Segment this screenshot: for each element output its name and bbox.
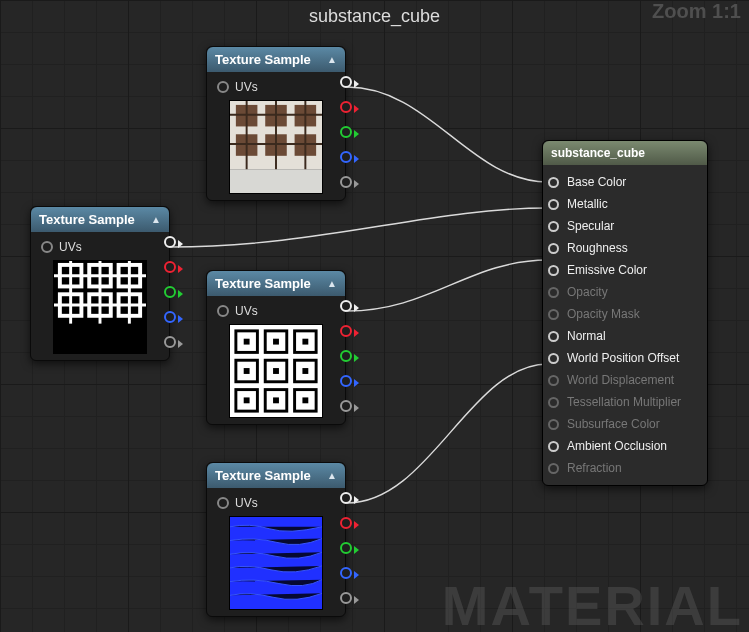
g-output-pin[interactable] (340, 350, 352, 362)
rgba-output-pin[interactable] (340, 492, 352, 504)
a-output-pin[interactable] (164, 336, 176, 348)
input-pin[interactable] (548, 199, 559, 210)
texture-thumbnail (53, 260, 147, 354)
material-input-refraction[interactable]: Refraction (543, 457, 707, 479)
r-output-pin[interactable] (340, 325, 352, 337)
g-output-pin[interactable] (164, 286, 176, 298)
zoom-label: Zoom 1:1 (652, 0, 741, 23)
svg-rect-41 (244, 397, 250, 403)
material-input-normal[interactable]: Normal (543, 325, 707, 347)
material-input-specular[interactable]: Specular (543, 215, 707, 237)
material-input-tessellation-multiplier[interactable]: Tessellation Multiplier (543, 391, 707, 413)
input-label: Opacity (567, 285, 608, 299)
collapse-icon[interactable]: ▲ (327, 54, 337, 65)
input-pin[interactable] (548, 309, 559, 320)
uvs-label: UVs (235, 304, 258, 318)
material-input-roughness[interactable]: Roughness (543, 237, 707, 259)
input-pin[interactable] (548, 397, 559, 408)
texture-sample-node[interactable]: Texture Sample ▲ UVs (206, 270, 346, 425)
material-input-base-color[interactable]: Base Color (543, 171, 707, 193)
rgba-output-pin[interactable] (164, 236, 176, 248)
input-pin[interactable] (548, 177, 559, 188)
input-label: Subsurface Color (567, 417, 660, 431)
texture-sample-node[interactable]: Texture Sample ▲ UVs (206, 46, 346, 201)
node-title: Texture Sample (215, 468, 311, 483)
svg-rect-39 (273, 368, 279, 374)
input-pin[interactable] (548, 463, 559, 474)
input-pin[interactable] (548, 221, 559, 232)
node-header[interactable]: Texture Sample ▲ (207, 463, 345, 488)
uvs-label: UVs (59, 240, 82, 254)
node-header[interactable]: Texture Sample ▲ (31, 207, 169, 232)
input-label: World Displacement (567, 373, 674, 387)
uvs-input-pin[interactable] (41, 241, 53, 253)
input-label: Emissive Color (567, 263, 647, 277)
texture-thumbnail (229, 516, 323, 610)
input-pin[interactable] (548, 287, 559, 298)
input-pin[interactable] (548, 375, 559, 386)
rgba-output-pin[interactable] (340, 76, 352, 88)
a-output-pin[interactable] (340, 400, 352, 412)
material-input-opacity-mask[interactable]: Opacity Mask (543, 303, 707, 325)
input-label: Ambient Occlusion (567, 439, 667, 453)
uvs-input-pin[interactable] (217, 81, 229, 93)
texture-thumbnail (229, 324, 323, 418)
uvs-input-pin[interactable] (217, 497, 229, 509)
texture-sample-node[interactable]: Texture Sample ▲ UVs (30, 206, 170, 361)
input-label: Refraction (567, 461, 622, 475)
svg-rect-40 (302, 368, 308, 374)
svg-rect-12 (230, 170, 322, 193)
material-node-title: substance_cube (551, 146, 645, 160)
uvs-label: UVs (235, 80, 258, 94)
b-output-pin[interactable] (340, 151, 352, 163)
a-output-pin[interactable] (340, 176, 352, 188)
node-title: Texture Sample (215, 276, 311, 291)
material-input-opacity[interactable]: Opacity (543, 281, 707, 303)
svg-rect-43 (302, 397, 308, 403)
input-pin[interactable] (548, 441, 559, 452)
collapse-icon[interactable]: ▲ (151, 214, 161, 225)
svg-rect-35 (244, 339, 250, 345)
b-output-pin[interactable] (340, 567, 352, 579)
input-pin[interactable] (548, 243, 559, 254)
material-input-subsurface-color[interactable]: Subsurface Color (543, 413, 707, 435)
input-label: Base Color (567, 175, 626, 189)
input-label: Opacity Mask (567, 307, 640, 321)
rgba-output-pin[interactable] (340, 300, 352, 312)
input-label: Tessellation Multiplier (567, 395, 681, 409)
g-output-pin[interactable] (340, 126, 352, 138)
node-title: Texture Sample (39, 212, 135, 227)
input-pin[interactable] (548, 353, 559, 364)
material-input-world-position-offset[interactable]: World Position Offset (543, 347, 707, 369)
input-pin[interactable] (548, 419, 559, 430)
material-input-ambient-occlusion[interactable]: Ambient Occlusion (543, 435, 707, 457)
material-input-emissive-color[interactable]: Emissive Color (543, 259, 707, 281)
material-input-world-displacement[interactable]: World Displacement (543, 369, 707, 391)
r-output-pin[interactable] (340, 101, 352, 113)
uvs-label: UVs (235, 496, 258, 510)
node-header[interactable]: Texture Sample ▲ (207, 271, 345, 296)
r-output-pin[interactable] (340, 517, 352, 529)
node-header[interactable]: Texture Sample ▲ (207, 47, 345, 72)
collapse-icon[interactable]: ▲ (327, 470, 337, 481)
input-label: World Position Offset (567, 351, 679, 365)
texture-sample-node[interactable]: Texture Sample ▲ UVs (206, 462, 346, 617)
node-title: Texture Sample (215, 52, 311, 67)
svg-rect-36 (273, 339, 279, 345)
input-label: Roughness (567, 241, 628, 255)
node-header[interactable]: substance_cube (543, 141, 707, 165)
a-output-pin[interactable] (340, 592, 352, 604)
g-output-pin[interactable] (340, 542, 352, 554)
b-output-pin[interactable] (340, 375, 352, 387)
input-pin[interactable] (548, 331, 559, 342)
input-pin[interactable] (548, 265, 559, 276)
svg-rect-37 (302, 339, 308, 345)
uvs-input-pin[interactable] (217, 305, 229, 317)
svg-rect-38 (244, 368, 250, 374)
b-output-pin[interactable] (164, 311, 176, 323)
r-output-pin[interactable] (164, 261, 176, 273)
material-output-node[interactable]: substance_cube Base ColorMetallicSpecula… (542, 140, 708, 486)
texture-thumbnail (229, 100, 323, 194)
material-input-metallic[interactable]: Metallic (543, 193, 707, 215)
collapse-icon[interactable]: ▲ (327, 278, 337, 289)
